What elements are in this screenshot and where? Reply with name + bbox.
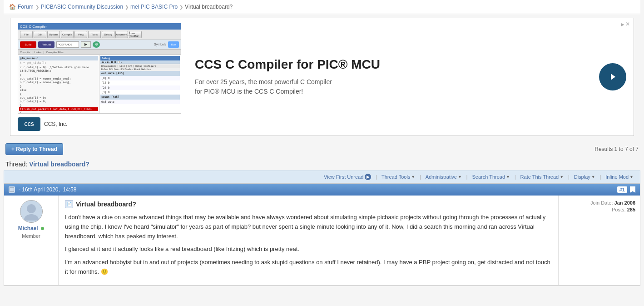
- post-header: - 16th April 2020, 14:58 #1: [4, 184, 640, 196]
- thread-title-bar: Thread: Virtual breadboard?: [4, 159, 640, 171]
- results-text: Results 1 to 7 of 7: [594, 146, 639, 152]
- view-unread-label: View First Unread: [324, 174, 363, 180]
- post-subject: 📄 Virtual breadboard?: [65, 200, 552, 208]
- ad-description: For over 25 years, the most powerful C C…: [195, 77, 590, 96]
- toolbar-divider-5: |: [567, 175, 570, 180]
- breadcrumb: 🏠 Forum ❯ PICBASIC Community Discussion …: [4, 0, 640, 14]
- administrative-arrow: ▼: [458, 175, 462, 179]
- reply-to-thread-button[interactable]: + Reply to Thread: [5, 143, 63, 155]
- inline-mod-arrow: ▼: [629, 175, 634, 179]
- username: Michael: [18, 225, 45, 231]
- join-date-row: Join Date: Jan 2006: [590, 200, 635, 206]
- join-date-value: Jan 2006: [614, 200, 635, 206]
- post-number-badge: #1: [617, 186, 627, 193]
- thread-tools-arrow: ▼: [411, 175, 415, 179]
- posts-label: Posts:: [612, 207, 626, 212]
- breadcrumb-mel[interactable]: mel PIC BASIC Pro: [130, 4, 178, 10]
- ad-title: CCS C Compiler for PIC® MCU: [195, 57, 590, 72]
- toolbar-divider-3: |: [466, 175, 469, 180]
- avatar: [20, 200, 43, 223]
- ad-screenshot: CCS C Compiler File Edit Options Compile…: [18, 23, 181, 114]
- display-button[interactable]: Display ▼: [571, 173, 598, 181]
- rate-thread-arrow: ▼: [560, 175, 564, 179]
- breadcrumb-forum[interactable]: Forum: [18, 4, 34, 10]
- ad-logo-area: CCS CCS, Inc.: [18, 117, 195, 131]
- inline-mod-button[interactable]: Inline Mod ▼: [603, 173, 636, 181]
- post-info: 📄 Virtual breadboard? I don't have a clu…: [59, 196, 558, 285]
- post-date: - 16th April 2020, 14:58: [19, 186, 76, 193]
- home-icon: 🏠: [9, 4, 16, 10]
- ad-content: CCS C Compiler for PIC® MCU For over 25 …: [195, 53, 590, 101]
- toolbar-bar: View First Unread ▶ | Thread Tools ▼ | A…: [4, 171, 640, 183]
- ad-company-name: CCS, Inc.: [44, 121, 67, 127]
- breadcrumb-current: Virtual breadboard?: [185, 4, 233, 10]
- svg-rect-0: [10, 187, 14, 192]
- post-paragraph-1: I don't have a clue on some advanced thi…: [65, 213, 552, 241]
- ad-logo: CCS: [18, 117, 40, 131]
- posts-value: 285: [627, 207, 635, 212]
- display-arrow: ▼: [591, 175, 595, 179]
- rate-this-thread-button[interactable]: Rate This Thread ▼: [518, 173, 567, 181]
- posts-row: Posts: 285: [612, 207, 635, 212]
- user-role: Member: [22, 233, 40, 239]
- post-checkbox[interactable]: [9, 186, 15, 193]
- view-unread-icon: ▶: [365, 174, 371, 180]
- toolbar-divider-6: |: [599, 175, 602, 180]
- ad-arrow-button[interactable]: [599, 63, 626, 90]
- svg-point-2: [24, 214, 39, 221]
- view-first-unread-button[interactable]: View First Unread ▶: [321, 173, 374, 181]
- post-paragraph-2: I glanced at it and it actually looks li…: [65, 245, 552, 254]
- post-meta-right: Join Date: Jan 2006 Posts: 285: [558, 196, 640, 285]
- join-date-label: Join Date:: [590, 200, 613, 206]
- breadcrumb-community[interactable]: PICBASIC Community Discussion: [41, 4, 123, 10]
- toolbar-divider-4: |: [514, 175, 517, 180]
- thread-label: Thread:: [5, 161, 27, 168]
- online-indicator: [41, 227, 44, 230]
- search-thread-button[interactable]: Search Thread ▼: [469, 173, 513, 181]
- breadcrumb-sep-3: ❯: [179, 5, 183, 10]
- post-sidebar: Michael Member: [4, 196, 59, 285]
- breadcrumb-sep-2: ❯: [125, 5, 129, 10]
- thread-tools-button[interactable]: Thread Tools ▼: [379, 173, 418, 181]
- ad-banner: ▶ ✕ CCS C Compiler File Edit Options Com…: [10, 18, 634, 136]
- post-container: - 16th April 2020, 14:58 #1 Michael: [4, 183, 640, 286]
- toolbar-divider-1: |: [375, 175, 378, 180]
- thread-title-link[interactable]: Virtual breadboard?: [29, 161, 89, 168]
- ad-close-button[interactable]: ▶ ✕: [621, 21, 630, 27]
- post-text: I don't have a clue on some advanced thi…: [65, 213, 552, 277]
- post-header-right: #1: [617, 186, 635, 193]
- toolbar-divider-2: |: [419, 175, 422, 180]
- post-body-row: Michael Member 📄 Virtual breadboard? I d…: [4, 196, 640, 286]
- bookmark-icon[interactable]: [630, 186, 635, 193]
- username-link[interactable]: Michael: [18, 225, 38, 231]
- svg-point-1: [27, 204, 36, 213]
- post-paragraph-3: I'm an advanced hobbyist but in and out …: [65, 258, 552, 277]
- breadcrumb-sep-1: ❯: [35, 5, 39, 10]
- post-subject-icon: 📄: [65, 200, 73, 208]
- post-header-left: - 16th April 2020, 14:58: [9, 186, 76, 193]
- search-thread-arrow: ▼: [506, 175, 510, 179]
- administrative-button[interactable]: Administrative ▼: [423, 173, 465, 181]
- reply-bar: + Reply to Thread Results 1 to 7 of 7: [4, 140, 640, 159]
